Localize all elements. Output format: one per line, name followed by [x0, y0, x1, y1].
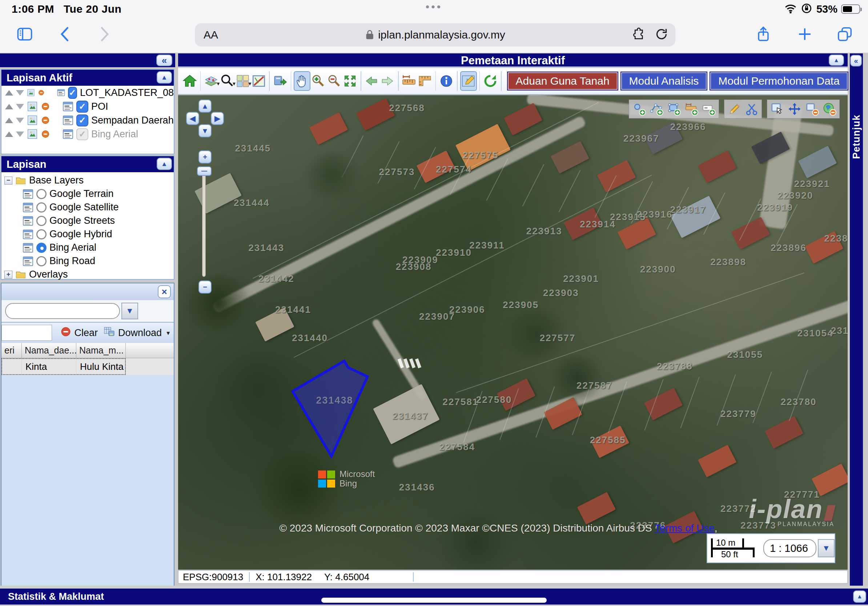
base-layer-radio[interactable]: [36, 216, 46, 226]
close-icon[interactable]: ×: [158, 285, 171, 298]
move-layer-up-icon[interactable]: [5, 118, 13, 123]
column-header[interactable]: Nama_m...: [76, 343, 126, 358]
move-feature-icon[interactable]: [786, 101, 803, 117]
zoom-in-button[interactable]: +: [198, 150, 212, 164]
map-viewport[interactable]: 2275682239662239672275752275742275732314…: [178, 95, 848, 570]
base-layer-radio[interactable]: [36, 203, 46, 213]
draw-measure-icon[interactable]: [683, 101, 700, 117]
overlays-folder-row[interactable]: + Overlays: [2, 268, 174, 281]
layer-list-icon[interactable]: [23, 202, 33, 213]
base-layers-folder-row[interactable]: − Base Layers: [2, 174, 174, 187]
zoom-out-icon[interactable]: [326, 71, 343, 91]
remove-layer-icon[interactable]: [38, 88, 45, 97]
zoom-slider-track[interactable]: [202, 172, 206, 277]
search-combo-input[interactable]: [5, 303, 120, 319]
scale-dropdown-button[interactable]: ▼: [818, 539, 835, 557]
layer-list-icon[interactable]: [23, 229, 33, 240]
move-layer-down-icon[interactable]: [16, 118, 24, 123]
module-button-aduan-guna-tanah[interactable]: Aduan Guna Tanah: [508, 72, 618, 90]
tiles-menu-icon[interactable]: ▼: [235, 71, 251, 91]
layer-list-icon[interactable]: [23, 189, 33, 199]
column-header[interactable]: Nama_dae...: [22, 343, 76, 358]
map-tips-icon[interactable]: [460, 71, 477, 91]
layer-checkbox[interactable]: ✓: [76, 100, 88, 113]
table-cell[interactable]: Hulu Kinta: [76, 358, 126, 375]
layer-image-icon[interactable]: [27, 115, 38, 126]
move-layer-down-icon[interactable]: [16, 131, 24, 137]
remove-layer-icon[interactable]: [41, 102, 50, 111]
clear-button[interactable]: Clear: [57, 325, 101, 342]
home-icon[interactable]: [182, 71, 198, 91]
module-button-modul-permohonan-data[interactable]: Modul Permohonan Data: [710, 72, 848, 90]
base-layer-radio[interactable]: [36, 243, 46, 253]
new-tab-button[interactable]: [795, 24, 815, 44]
layer-list-icon[interactable]: [62, 115, 73, 126]
remove-layer-icon[interactable]: [41, 116, 50, 125]
extensions-icon[interactable]: [631, 27, 646, 43]
sidebar-toggle-button[interactable]: [14, 24, 35, 44]
pan-up-button[interactable]: ▲: [198, 99, 212, 113]
base-layer-radio[interactable]: [36, 189, 46, 199]
next-extent-icon[interactable]: [380, 71, 395, 91]
draw-line-icon[interactable]: [648, 101, 665, 117]
panel-collapse-button[interactable]: ▲: [157, 71, 172, 83]
base-layer-radio[interactable]: [36, 229, 46, 240]
layers-menu-icon[interactable]: ▼: [203, 71, 219, 91]
pan-down-button[interactable]: ▼: [198, 124, 212, 137]
clear-all-icon[interactable]: [821, 101, 838, 117]
delete-feature-icon[interactable]: [803, 101, 821, 117]
column-header[interactable]: [126, 343, 174, 358]
filter-input[interactable]: [2, 325, 52, 341]
selected-lot-polygon[interactable]: [178, 95, 848, 570]
table-cell[interactable]: [2, 358, 22, 375]
zoom-slider-handle[interactable]: —: [197, 166, 212, 176]
address-bar[interactable]: AA iplan.planmalaysia.gov.my: [195, 23, 675, 46]
info-icon[interactable]: [439, 71, 454, 91]
layer-image-icon[interactable]: [27, 87, 35, 98]
export-icon[interactable]: [272, 71, 288, 91]
refresh-icon[interactable]: [482, 71, 498, 91]
map-header-collapse-button[interactable]: ▲: [829, 54, 844, 66]
terms-of-use-link[interactable]: Terms of Use: [655, 523, 715, 534]
layer-image-icon[interactable]: [27, 101, 38, 112]
base-layer-radio[interactable]: [36, 256, 46, 266]
petunjuk-tab-label[interactable]: Petunjuk: [851, 116, 862, 159]
move-layer-up-icon[interactable]: [5, 104, 13, 109]
reader-options-button[interactable]: AA: [203, 29, 218, 41]
petunjuk-strip[interactable]: « Petunjuk: [850, 53, 863, 586]
draw-polygon-icon[interactable]: [665, 101, 683, 117]
module-button-modul-analisis[interactable]: Modul Analisis: [621, 72, 707, 90]
zoom-in-icon[interactable]: [310, 71, 326, 91]
reload-icon[interactable]: [654, 27, 669, 43]
layer-list-icon[interactable]: [23, 215, 33, 226]
measure-area-icon[interactable]: [417, 71, 433, 91]
cut-geometry-icon[interactable]: [743, 101, 760, 117]
move-layer-down-icon[interactable]: [16, 90, 24, 96]
combo-dropdown-button[interactable]: ▼: [121, 303, 138, 319]
pan-hand-icon[interactable]: [294, 71, 310, 91]
forward-button[interactable]: [94, 24, 114, 44]
draw-label-icon[interactable]: [700, 101, 718, 117]
move-layer-up-icon[interactable]: [5, 131, 13, 137]
remove-layer-icon[interactable]: [41, 129, 50, 139]
move-layer-down-icon[interactable]: [16, 104, 24, 109]
measure-length-icon[interactable]: [401, 71, 417, 91]
layer-list-icon[interactable]: [23, 242, 33, 253]
statistik-expand-button[interactable]: ▲: [853, 591, 866, 603]
table-row[interactable]: KintaHulu Kinta: [2, 358, 174, 375]
collapse-folder-icon[interactable]: −: [5, 176, 12, 185]
draw-point-icon[interactable]: [630, 101, 648, 117]
move-layer-up-icon[interactable]: [5, 90, 13, 96]
tabs-overview-button[interactable]: [835, 24, 855, 44]
layer-list-icon[interactable]: [62, 101, 73, 112]
prev-extent-icon[interactable]: [364, 71, 380, 91]
download-button[interactable]: Download ▼: [101, 325, 174, 342]
layer-image-icon[interactable]: [27, 128, 38, 139]
table-cell[interactable]: Kinta: [22, 358, 76, 375]
scale-ratio-select[interactable]: 1 : 1066: [763, 539, 816, 557]
sidebar-collapse-button[interactable]: «: [156, 54, 172, 66]
map-select-icon[interactable]: [251, 71, 267, 91]
select-feature-icon[interactable]: [769, 101, 786, 117]
zoom-out-button[interactable]: −: [198, 280, 212, 294]
layer-list-icon[interactable]: [23, 256, 33, 267]
